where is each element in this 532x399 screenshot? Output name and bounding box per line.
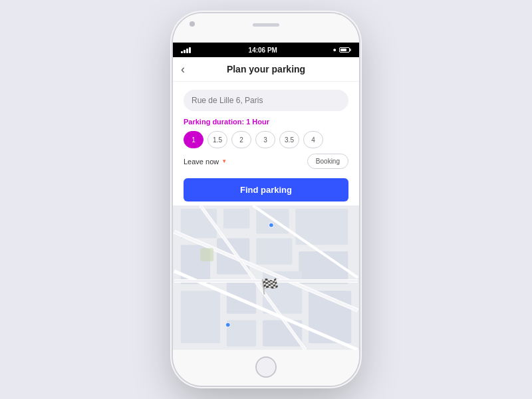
leave-now-label: Leave now — [184, 158, 219, 166]
app-content: ‹ Plan your parking Parking duration: 1 … — [173, 57, 359, 350]
phone-camera — [190, 21, 195, 27]
svg-rect-2 — [223, 209, 249, 229]
phone-speaker — [253, 23, 279, 27]
signal-bars-icon — [181, 47, 191, 53]
svg-rect-1 — [181, 209, 217, 238]
battery-tip — [350, 49, 351, 51]
booking-button[interactable]: Booking — [307, 154, 348, 169]
bottom-row: Leave now ▼ Booking — [184, 154, 348, 169]
destination-flag-icon: 🏁 — [261, 278, 279, 295]
parking-duration-label: Parking duration: 1 Hour — [184, 118, 348, 126]
svg-point-24 — [269, 223, 273, 227]
map-area: 🏁 — [173, 205, 359, 350]
address-input[interactable] — [184, 90, 348, 111]
duration-options: 1 1.5 2 3 3.5 4 — [184, 131, 348, 148]
status-bar: 14:06 PM ● — [173, 43, 359, 57]
leave-now-arrow-icon: ▼ — [221, 158, 227, 164]
back-button[interactable]: ‹ — [181, 63, 185, 75]
svg-rect-7 — [256, 238, 292, 264]
parking-duration-value: 1 Hour — [246, 118, 269, 126]
duration-btn-3[interactable]: 3 — [255, 131, 275, 148]
signal-bar-4 — [189, 47, 191, 53]
page-title: Plan your parking — [227, 64, 305, 74]
leave-now-button[interactable]: Leave now ▼ — [184, 158, 227, 166]
signal-bar-3 — [186, 49, 188, 53]
duration-btn-1-5[interactable]: 1.5 — [207, 131, 227, 148]
battery-body — [339, 47, 350, 53]
svg-point-25 — [225, 323, 230, 327]
duration-btn-4[interactable]: 4 — [303, 131, 323, 148]
status-right: ● — [333, 47, 351, 53]
main-content: Parking duration: 1 Hour 1 1.5 2 3 3.5 4 — [173, 82, 359, 350]
duration-btn-2[interactable]: 2 — [231, 131, 251, 148]
nav-bar: ‹ Plan your parking — [173, 57, 359, 82]
svg-rect-23 — [200, 248, 213, 261]
form-section: Parking duration: 1 Hour 1 1.5 2 3 3.5 4 — [173, 82, 359, 174]
signal-bar-2 — [184, 50, 186, 53]
battery-fill — [340, 49, 346, 51]
phone-screen: 14:06 PM ● ‹ Plan your pa — [173, 43, 359, 350]
duration-btn-1[interactable]: 1 — [184, 131, 203, 148]
svg-rect-9 — [181, 291, 220, 343]
status-left — [181, 47, 193, 53]
find-parking-button[interactable]: Find parking — [184, 178, 348, 201]
svg-rect-10 — [227, 281, 256, 313]
signal-bar-1 — [181, 51, 183, 53]
status-time: 14:06 PM — [249, 47, 277, 54]
battery-icon — [339, 47, 351, 53]
wifi-icon: ● — [333, 47, 336, 53]
home-button[interactable] — [255, 356, 277, 378]
phone-shell: 14:06 PM ● ‹ Plan your pa — [173, 13, 359, 386]
svg-rect-13 — [227, 321, 256, 346]
phone-wrapper: 14:06 PM ● ‹ Plan your pa — [173, 13, 359, 386]
duration-btn-3-5[interactable]: 3.5 — [279, 131, 299, 148]
